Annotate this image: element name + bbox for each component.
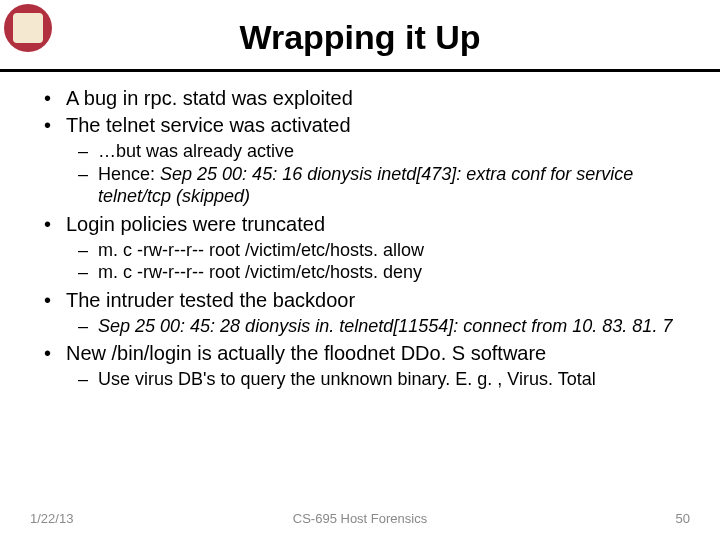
sub-bullet-item: Sep 25 00: 45: 28 dionysis in. telnetd[1… — [66, 315, 690, 338]
sub-bullet-item: Hence: Sep 25 00: 45: 16 dionysis inetd[… — [66, 163, 690, 208]
sub-bullet-text: Use virus DB's to query the unknown bina… — [98, 369, 596, 389]
sub-bullet-item: m. c -rw-r--r-- root /victim/etc/hosts. … — [66, 261, 690, 284]
logo-inner-shape — [13, 13, 43, 43]
footer-page-number: 50 — [676, 511, 690, 526]
sub-bullet-text: Hence: — [98, 164, 160, 184]
institution-logo — [4, 4, 52, 52]
sub-bullet-item: Use virus DB's to query the unknown bina… — [66, 368, 690, 391]
slide-title: Wrapping it Up — [0, 0, 720, 69]
sub-bullet-item: …but was already active — [66, 140, 690, 163]
bullet-text: The telnet service was activated — [66, 114, 351, 136]
sub-bullet-text: …but was already active — [98, 141, 294, 161]
sub-bullet-text: m. c -rw-r--r-- root /victim/etc/hosts. … — [98, 240, 424, 260]
bullet-list-lvl2: …but was already active Hence: Sep 25 00… — [66, 140, 690, 208]
slide-content: A bug in rpc. statd was exploited The te… — [0, 72, 720, 391]
bullet-item: Login policies were truncated m. c -rw-r… — [30, 212, 690, 284]
slide-footer: 1/22/13 CS-695 Host Forensics 50 — [0, 511, 720, 526]
sub-bullet-italic-text: Sep 25 00: 45: 28 dionysis in. telnetd[1… — [98, 316, 672, 336]
bullet-text: Login policies were truncated — [66, 213, 325, 235]
sub-bullet-item: m. c -rw-r--r-- root /victim/etc/hosts. … — [66, 239, 690, 262]
bullet-list-lvl2: Sep 25 00: 45: 28 dionysis in. telnetd[1… — [66, 315, 690, 338]
footer-course: CS-695 Host Forensics — [293, 511, 427, 526]
bullet-text: The intruder tested the backdoor — [66, 289, 355, 311]
bullet-list-lvl2: m. c -rw-r--r-- root /victim/etc/hosts. … — [66, 239, 690, 284]
bullet-list-lvl1: A bug in rpc. statd was exploited The te… — [30, 86, 690, 391]
bullet-list-lvl2: Use virus DB's to query the unknown bina… — [66, 368, 690, 391]
bullet-item: The intruder tested the backdoor Sep 25 … — [30, 288, 690, 338]
bullet-item: The telnet service was activated …but wa… — [30, 113, 690, 208]
sub-bullet-text: m. c -rw-r--r-- root /victim/etc/hosts. … — [98, 262, 422, 282]
slide: Wrapping it Up A bug in rpc. statd was e… — [0, 0, 720, 540]
bullet-item: New /bin/login is actually the floodnet … — [30, 341, 690, 391]
footer-date: 1/22/13 — [30, 511, 73, 526]
bullet-text: A bug in rpc. statd was exploited — [66, 87, 353, 109]
sub-bullet-italic-text: Sep 25 00: 45: 16 dionysis inetd[473]: e… — [98, 164, 633, 207]
bullet-text: New /bin/login is actually the floodnet … — [66, 342, 546, 364]
bullet-item: A bug in rpc. statd was exploited — [30, 86, 690, 111]
